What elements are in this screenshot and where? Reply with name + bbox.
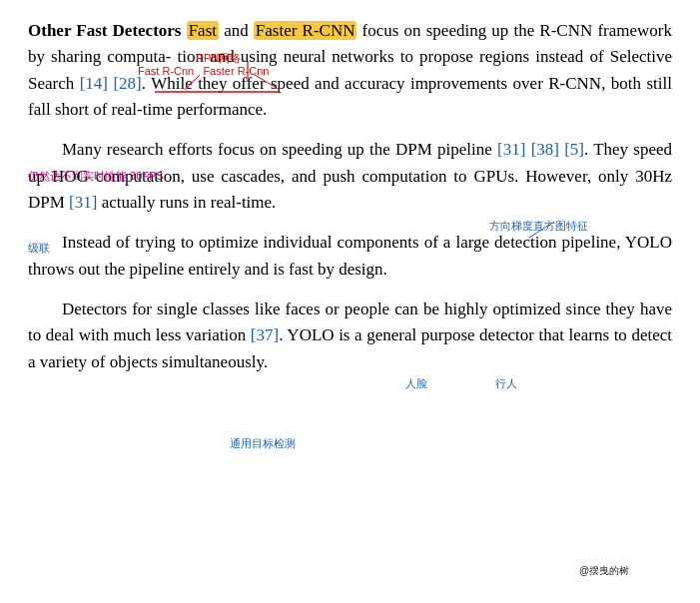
ref-5: [5]	[564, 140, 584, 159]
paragraph-2: Many research efforts focus on speeding …	[28, 137, 672, 216]
text-instead-of: Instead of trying to optimize individual…	[28, 233, 672, 278]
ref-38: [38]	[531, 140, 559, 159]
ref-31b: [31]	[69, 193, 97, 212]
ref-37: [37]	[251, 325, 279, 344]
text-other-fast-detectors: Other Fast Detectors Fast and Faster R-C…	[28, 21, 672, 119]
annot-face: 人脸	[405, 375, 427, 392]
highlight-fast: Fast	[187, 21, 219, 40]
annot-general: 通用目标检测	[230, 435, 296, 452]
ref-31a: [31]	[497, 140, 525, 159]
ref-14: [14]	[80, 74, 108, 93]
paragraph-4: Detectors for single classes like faces …	[28, 297, 672, 375]
ref-28: [28]	[113, 74, 141, 93]
highlight-faster-rcnn: Faster R-CNN	[254, 21, 357, 40]
text-detectors-for: Detectors for single classes like faces …	[28, 300, 672, 371]
annot-person: 行人	[495, 375, 517, 392]
page: Other Fast Detectors Fast and Faster R-C…	[0, 0, 700, 407]
text-many-research: Many research efforts focus on speeding …	[28, 140, 672, 212]
paragraph-3: Instead of trying to optimize individual…	[28, 230, 672, 283]
annot-watermark: @摆曳的树	[579, 563, 629, 579]
paragraph-1: Other Fast Detectors Fast and Faster R-C…	[28, 18, 672, 123]
